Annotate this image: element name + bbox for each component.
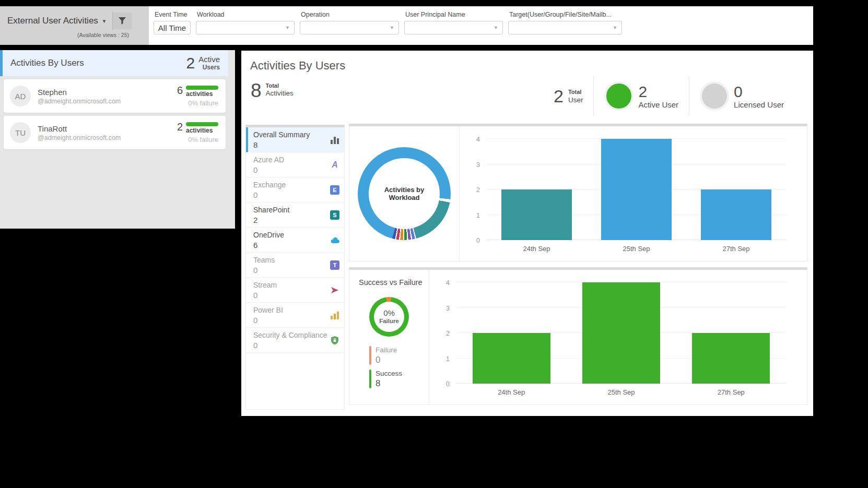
target-label: Target(User/Group/File/Site/Mailb... [509, 11, 622, 18]
x-axis-label: 24th Sep [487, 245, 587, 253]
filter-icon [118, 17, 126, 25]
licensed-user-value: 0 [734, 83, 784, 100]
donut-ring: Activities by Workload [358, 147, 451, 240]
teams-icon: T [330, 260, 339, 270]
legend-value: 0 [376, 355, 397, 365]
event-time-field: Event Time All Time [154, 6, 191, 45]
user-card-stephen[interactable]: ADStephen@admeight.onmicrosoft.com6activ… [4, 79, 226, 113]
panel-header[interactable]: Activities By Users 2 Active Users [0, 50, 228, 76]
y-axis-tick: 2 [476, 186, 480, 194]
target-field: Target(User/Group/File/Site/Mailb... ▼ [508, 6, 622, 45]
security-icon [330, 336, 339, 345]
user-email: @admeight.onmicrosoft.com [38, 134, 177, 141]
workload-item-power-bi[interactable]: Power BI0 [246, 303, 344, 328]
workload-item-teams[interactable]: Teams0T [246, 253, 344, 278]
bar-27th-sep [692, 333, 770, 384]
total-user-stat: 2 Total User [554, 87, 583, 105]
user-stats: 2 Total User 2 Active User 0 Licensed Us… [554, 73, 784, 120]
filter-button[interactable] [113, 13, 132, 29]
licensed-user-circle [700, 81, 729, 111]
y-axis-tick: 0 [446, 380, 450, 388]
success-failure-card: Success vs Failure 0% Failure Failure0Su… [349, 267, 807, 405]
panel-title: Activities By Users [10, 58, 84, 68]
activities-label: activities [186, 127, 213, 134]
event-time-value[interactable]: All Time [154, 21, 191, 34]
bar-25th-sep [601, 139, 672, 240]
workload-field: Workload ▼ [196, 6, 295, 45]
x-axis-label: 25th Sep [566, 388, 676, 396]
x-axis-label: 27th Sep [686, 245, 786, 253]
workload-item-security-compliance[interactable]: Security & Compliance0 [246, 328, 344, 353]
y-axis-tick: 3 [446, 304, 450, 312]
user-principal-name-dropdown[interactable]: ▼ [404, 21, 503, 34]
success-vs-failure-title: Success vs Failure [359, 278, 429, 287]
user-list: ADStephen@admeight.onmicrosoft.com6activ… [0, 79, 235, 149]
operation-dropdown[interactable]: ▼ [300, 21, 399, 34]
workload-item-stream[interactable]: Stream0 [246, 278, 344, 303]
total-activities-value: 8 [251, 81, 262, 100]
failure-rate: 0% failure [177, 99, 218, 107]
bar-25th-sep [582, 282, 660, 384]
legend-value: 8 [376, 378, 402, 389]
user-name: TinaRott [38, 124, 177, 133]
target-dropdown[interactable]: ▼ [508, 21, 622, 34]
x-axis-label: 24th Sep [456, 388, 566, 396]
legend-label: Success [376, 370, 402, 378]
users-label: Users [203, 64, 220, 71]
user-card-tinarott[interactable]: TUTinaRott@admeight.onmicrosoft.com2acti… [4, 116, 226, 149]
legend-marker [369, 370, 371, 388]
divider [689, 76, 689, 116]
legend-item-success: Success8 [369, 370, 429, 389]
active-user-stat: 2 Active User [604, 81, 678, 111]
workload-donut-chart: Activities by Workload [349, 126, 459, 261]
chevron-down-icon: ▼ [494, 25, 498, 30]
bar-24th-sep [473, 333, 550, 384]
active-users-count: 2 Active Users [186, 55, 220, 71]
y-axis-tick: 0 [476, 236, 480, 244]
exchange-icon: E [330, 185, 339, 195]
operation-label: Operation [301, 11, 399, 18]
donut-title: Activities by Workload [358, 147, 451, 240]
user-name: Stephen [38, 88, 177, 97]
azure-ad-icon: A [330, 160, 339, 170]
licensed-user-label: Licensed User [734, 100, 784, 109]
power-bi-icon [330, 311, 339, 320]
filter-bar: Event Time All Time Workload ▼ Operation… [149, 6, 813, 45]
user-email: @admeight.onmicrosoft.com [38, 98, 177, 105]
success-by-date-chart: 0123424th Sep25th Sep27th Sep [429, 270, 807, 404]
failure-rate: 0% failure [177, 136, 218, 144]
view-selector-area: External User Activities ▾ (Available vi… [0, 6, 149, 45]
chevron-down-icon[interactable]: ▾ [103, 18, 106, 25]
x-axis-label: 25th Sep [587, 245, 686, 253]
chevron-down-icon: ▼ [285, 25, 290, 30]
y-axis-tick: 1 [446, 354, 450, 362]
sharepoint-icon: S [330, 210, 339, 220]
workload-item-onedrive[interactable]: OneDrive6 [246, 228, 344, 253]
bar-chart-icon [330, 135, 339, 145]
y-axis-tick: 1 [476, 211, 480, 219]
legend-marker [369, 346, 371, 365]
legend: Failure0Success8 [369, 346, 429, 389]
activities-by-date-chart: 0123424th Sep25th Sep27th Sep [460, 126, 807, 261]
activities-label: activities [186, 90, 213, 98]
workload-label: Workload [197, 11, 295, 18]
workload-item-exchange[interactable]: Exchange0E [246, 177, 344, 203]
workload-item-overall-summary[interactable]: Overall Summary8 [246, 127, 344, 152]
licensed-user-stat: 0 Licensed User [700, 81, 784, 111]
activities-by-users-panel: Activities By Users 2 Active Users ADSte… [0, 50, 235, 229]
y-axis-tick: 3 [476, 160, 480, 168]
workload-dropdown[interactable]: ▼ [196, 21, 295, 34]
user-label: User [568, 96, 583, 104]
available-views-label: (Available views : 25) [0, 32, 149, 38]
active-user-value: 2 [638, 83, 678, 100]
y-axis-tick: 4 [476, 135, 480, 143]
activity-bar [186, 122, 218, 126]
page-title: Activities By Users [250, 59, 345, 73]
workload-item-sharepoint[interactable]: SharePoint2S [246, 203, 344, 228]
workload-item-azure-ad[interactable]: Azure AD0A [246, 152, 344, 177]
view-title[interactable]: External User Activities [7, 16, 98, 26]
avatar: AD [10, 86, 31, 106]
activities-count: 2 [177, 122, 183, 132]
total-user-value: 2 [554, 87, 564, 105]
x-axis-label: 27th Sep [676, 388, 786, 396]
